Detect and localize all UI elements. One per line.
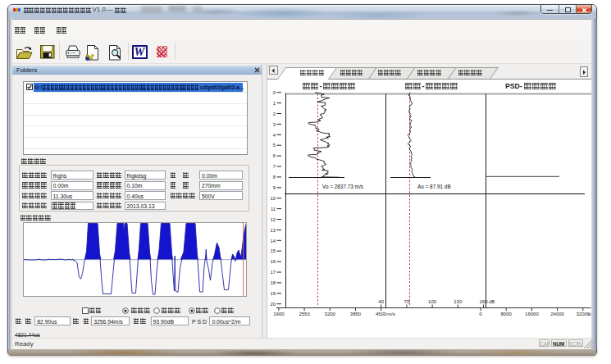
- svg-text:0: 0: [273, 90, 276, 95]
- svg-text:160: 160: [479, 299, 488, 304]
- svg-text:2550: 2550: [299, 312, 310, 316]
- svg-text:Ao = 87.91 dB: Ao = 87.91 dB: [417, 184, 451, 189]
- svg-text:8000: 8000: [501, 312, 513, 316]
- svg-text:u: u: [588, 312, 590, 316]
- svg-text:11: 11: [271, 207, 276, 212]
- svg-text:15: 15: [271, 248, 276, 253]
- svg-text:3: 3: [273, 122, 276, 127]
- svg-text:40: 40: [378, 299, 384, 304]
- svg-text:16000: 16000: [525, 312, 539, 316]
- svg-text:9: 9: [273, 185, 276, 190]
- svg-text:18: 18: [271, 280, 276, 285]
- svg-text:130: 130: [454, 299, 463, 304]
- svg-text:24000: 24000: [550, 312, 564, 316]
- svg-text:1900: 1900: [273, 312, 285, 316]
- svg-text:3200: 3200: [325, 312, 336, 316]
- svg-text:14: 14: [271, 239, 276, 243]
- svg-text:10: 10: [271, 196, 276, 201]
- svg-text:4: 4: [273, 133, 276, 138]
- svg-text:0: 0: [479, 312, 482, 316]
- svg-text:19: 19: [271, 291, 276, 296]
- svg-text:13: 13: [271, 228, 276, 233]
- svg-text:17: 17: [271, 270, 276, 275]
- svg-text:1: 1: [273, 101, 276, 106]
- svg-text:20: 20: [271, 302, 276, 307]
- svg-text:7: 7: [273, 164, 276, 169]
- svg-text:Vo = 2837.73 m/s: Vo = 2837.73 m/s: [322, 184, 363, 189]
- svg-text:100: 100: [428, 299, 437, 304]
- svg-text:6: 6: [273, 153, 276, 158]
- svg-text:4500: 4500: [376, 312, 387, 316]
- svg-text:12: 12: [271, 217, 276, 222]
- svg-text:2: 2: [273, 111, 276, 116]
- svg-text:70: 70: [404, 299, 410, 304]
- svg-text:8: 8: [273, 175, 276, 180]
- svg-text:m/s: m/s: [387, 312, 395, 316]
- svg-text:16: 16: [271, 259, 276, 264]
- svg-text:5: 5: [273, 143, 276, 148]
- svg-text:3850: 3850: [350, 312, 362, 316]
- svg-text:dB: dB: [489, 299, 495, 304]
